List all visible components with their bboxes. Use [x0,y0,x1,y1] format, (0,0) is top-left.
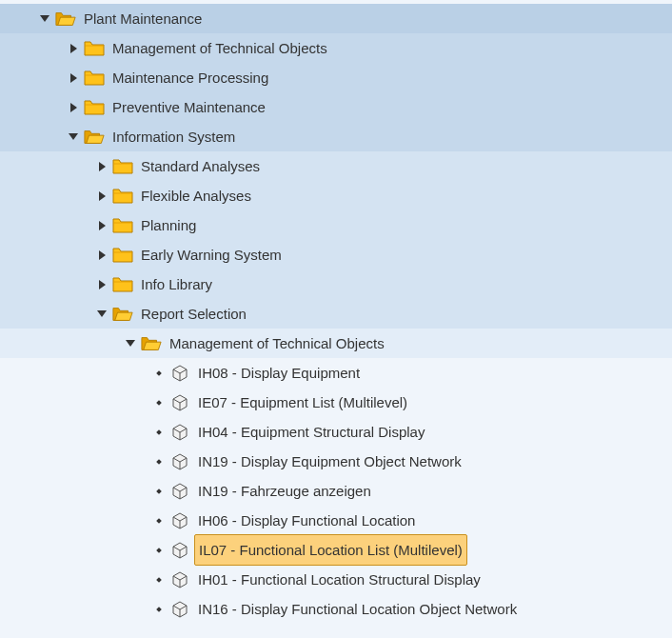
folder-closed-icon [84,68,105,89]
tree-expand-icon[interactable] [93,269,110,299]
tree-node-label: IL07 - Functional Location List (Multile… [194,534,467,566]
tree-indent [0,181,93,210]
tree-leaf-bullet-icon [150,476,168,506]
tree-leaf-bullet-icon [150,594,168,624]
cube-icon [169,540,190,561]
tree-indent [0,535,150,565]
tree-indent [0,63,65,92]
node-maintenance-processing[interactable]: Maintenance Processing [0,63,672,92]
tree-node-label: IH01 - Functional Location Structural Di… [194,565,484,594]
tree-node-label: Info Library [137,269,216,299]
tree-node-label: Report Selection [137,299,250,329]
tree-collapse-icon[interactable] [36,4,53,33]
tree-indent [0,33,65,63]
tree-node-label: Planning [137,210,200,240]
cube-icon [169,569,190,590]
tree-indent [0,151,93,181]
node-standard-analyses[interactable]: Standard Analyses [0,151,672,181]
node-flexible-analyses[interactable]: Flexible Analyses [0,181,672,210]
tree-leaf-bullet-icon [150,535,168,565]
node-plant-maintenance[interactable]: Plant Maintenance [0,4,672,33]
tree-node-label: IH08 - Display Equipment [194,358,364,388]
node-info-library[interactable]: Info Library [0,269,672,299]
tree-expand-icon[interactable] [93,240,110,269]
tree-node-label: Early Warning System [137,240,286,269]
folder-closed-icon [112,186,133,207]
folder-closed-icon [112,245,133,266]
node-preventive-maintenance[interactable]: Preventive Maintenance [0,92,672,122]
tree-node-label: IN19 - Fahrzeuge anzeigen [194,476,375,506]
tree-indent [0,4,36,33]
tree-leaf-bullet-icon [150,358,168,388]
tree-node-label: Preventive Maintenance [109,92,269,122]
folder-closed-icon [84,97,105,118]
tree-indent [0,506,150,535]
tree-indent [0,447,150,476]
tree-indent [0,269,93,299]
tree-node-label: Standard Analyses [137,151,264,181]
tree-indent [0,240,93,269]
cube-icon [169,481,190,502]
tree-node-label: IE07 - Equipment List (Multilevel) [194,388,411,417]
leaf-ih04[interactable]: IH04 - Equipment Structural Display [0,417,672,447]
folder-closed-icon [84,38,105,59]
folder-open-icon [84,127,105,148]
tree-collapse-icon[interactable] [122,329,139,358]
tree-indent [0,358,150,388]
tree-expand-icon[interactable] [93,181,110,210]
cube-icon [169,422,190,443]
tree-leaf-bullet-icon [150,506,168,535]
tree-indent [0,210,93,240]
tree-leaf-bullet-icon [150,388,168,417]
tree-indent [0,476,150,506]
folder-closed-icon [112,156,133,177]
tree-expand-icon[interactable] [65,63,82,92]
folder-open-icon [141,333,162,354]
folder-closed-icon [112,215,133,236]
tree-node-label: Flexible Analyses [137,181,255,210]
folder-open-icon [112,304,133,325]
cube-icon [169,510,190,531]
tree-node-label: Maintenance Processing [109,63,272,92]
tree-expand-icon[interactable] [65,33,82,63]
node-mgmt-tech-objects[interactable]: Management of Technical Objects [0,33,672,63]
leaf-in16[interactable]: IN16 - Display Functional Location Objec… [0,594,672,624]
tree-indent [0,329,122,358]
tree-node-label: Management of Technical Objects [109,33,331,63]
node-rs-mgmt-tech-objects[interactable]: Management of Technical Objects [0,329,672,358]
cube-icon [169,451,190,472]
tree-node-label: Management of Technical Objects [166,329,388,358]
cube-icon [169,599,190,620]
tree-collapse-icon[interactable] [93,299,110,329]
tree-leaf-bullet-icon [150,447,168,476]
node-report-selection[interactable]: Report Selection [0,299,672,329]
tree-collapse-icon[interactable] [65,122,82,151]
leaf-in19-fahrzeuge[interactable]: IN19 - Fahrzeuge anzeigen [0,476,672,506]
tree-node-label: IN19 - Display Equipment Object Network [194,447,465,476]
tree-node-label: Information System [109,122,239,151]
leaf-il07[interactable]: IL07 - Functional Location List (Multile… [0,535,672,565]
cube-icon [169,363,190,384]
tree-indent [0,122,65,151]
leaf-ih01[interactable]: IH01 - Functional Location Structural Di… [0,565,672,594]
tree-node-label: IN16 - Display Functional Location Objec… [194,594,521,624]
tree-leaf-bullet-icon [150,417,168,447]
tree-indent [0,388,150,417]
node-planning[interactable]: Planning [0,210,672,240]
leaf-in19-equip[interactable]: IN19 - Display Equipment Object Network [0,447,672,476]
tree-expand-icon[interactable] [93,210,110,240]
tree-expand-icon[interactable] [93,151,110,181]
leaf-ih06[interactable]: IH06 - Display Functional Location [0,506,672,535]
folder-open-icon [55,9,76,30]
tree-expand-icon[interactable] [65,92,82,122]
node-information-system[interactable]: Information System [0,122,672,151]
leaf-ih08[interactable]: IH08 - Display Equipment [0,358,672,388]
tree-indent [0,594,150,624]
leaf-ie07[interactable]: IE07 - Equipment List (Multilevel) [0,388,672,417]
node-early-warning-system[interactable]: Early Warning System [0,240,672,269]
tree-node-label: IH04 - Equipment Structural Display [194,417,428,447]
navigation-tree: Plant MaintenanceManagement of Technical… [0,0,672,624]
tree-indent [0,565,150,594]
tree-leaf-bullet-icon [150,565,168,594]
tree-node-label: IH06 - Display Functional Location [194,506,419,535]
